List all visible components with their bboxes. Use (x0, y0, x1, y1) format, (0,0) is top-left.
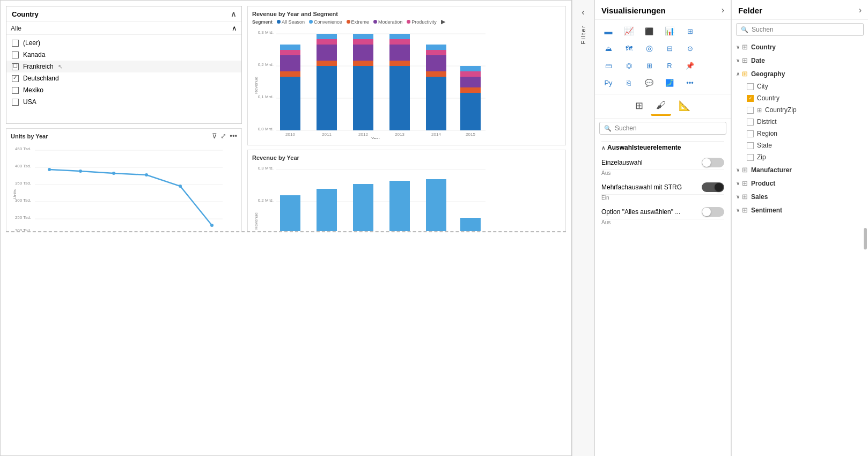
svg-text:2015: 2015 (466, 132, 475, 137)
slicer-item-kanada[interactable]: Kanada (6, 49, 241, 61)
vis-panel-expand-icon[interactable]: › (722, 5, 724, 15)
field-checkbox-city[interactable] (747, 83, 754, 90)
svg-rect-48 (353, 39, 373, 45)
vis-tab-analytics[interactable]: 📐 (673, 97, 696, 116)
svg-text:0,1 Mrd.: 0,1 Mrd. (258, 94, 274, 99)
field-item-region[interactable]: Region (732, 128, 868, 139)
toggle-einzelauswahl-track[interactable] (702, 158, 724, 167)
accordion-title: Auswahlsteuerelemente (607, 144, 681, 151)
vis-icon-stacked-bar[interactable]: 📊 (660, 23, 679, 39)
slicer-item-leer[interactable]: (Leer) (6, 37, 241, 49)
field-item-state[interactable]: State (732, 139, 868, 151)
slicer-collapse-icon[interactable]: ∧ (231, 10, 236, 18)
field-item-district[interactable]: District (732, 116, 868, 128)
svg-text:0,0 Mrd.: 0,0 Mrd. (258, 127, 274, 131)
fields-panel: Felder › 🔍 ∨ ⊞ Country ∨ ⊞ (731, 0, 868, 456)
field-checkbox-countryzip[interactable] (747, 107, 754, 114)
vis-icon-matrix[interactable]: R (660, 57, 679, 73)
slicer-list: (Leer) Kanada ☐ Frankreich ↖ (6, 35, 241, 110)
svg-text:Revenue: Revenue (254, 76, 259, 94)
svg-text:0,3 Mrd.: 0,3 Mrd. (258, 30, 274, 35)
field-group-country-header[interactable]: ∨ ⊞ Country (732, 40, 868, 54)
field-item-countryzip[interactable]: ⊞ CountryZip (732, 104, 868, 116)
vis-icon-custom[interactable]: 📌 (681, 57, 699, 73)
field-item-city[interactable]: City (732, 80, 868, 92)
field-checkbox-district[interactable] (747, 119, 754, 126)
vis-icon-bar[interactable]: ▬ (599, 23, 617, 39)
field-group-manufacturer-header[interactable]: ∨ ⊞ Manufacturer (732, 163, 868, 176)
field-checkbox-country-geo[interactable]: ✓ (747, 95, 754, 102)
field-group-date-header[interactable]: ∨ ⊞ Date (732, 54, 868, 67)
vis-icon-map[interactable]: 🗺 (620, 40, 638, 56)
filter-icon[interactable]: ⊽ (212, 132, 217, 140)
vis-icon-line[interactable]: 📈 (620, 23, 638, 39)
vis-icon-card[interactable]: 🗃 (599, 57, 617, 73)
slicer-checkbox-frankreich[interactable]: ☐ (12, 63, 19, 70)
legend-extreme: Extreme (347, 19, 370, 25)
slicer-checkbox-usa[interactable] (12, 99, 19, 106)
svg-rect-61 (460, 87, 481, 93)
svg-text:Revenue: Revenue (254, 212, 259, 230)
field-name-region: Region (757, 130, 777, 137)
more-options-icon[interactable]: ••• (230, 132, 237, 140)
field-table-icon-mfr: ⊞ (742, 166, 748, 174)
slicer-item-frankreich[interactable]: ☐ Frankreich ↖ (6, 61, 241, 72)
focus-mode-icon[interactable]: ⤢ (220, 132, 226, 140)
slicer-checkbox-deutschland[interactable]: ✓ (12, 75, 19, 82)
toggle-alles-track[interactable] (702, 207, 724, 217)
vis-icon-ai[interactable]: 🗾 (660, 75, 679, 91)
svg-rect-81 (280, 195, 300, 231)
slicer-item-usa[interactable]: USA (6, 96, 241, 108)
fields-expand-icon[interactable]: › (859, 5, 862, 15)
vis-icon-100pct[interactable]: ⊞ (681, 23, 699, 39)
vis-tab-fields[interactable]: ⊞ (630, 97, 649, 116)
slicer-chevron-icon[interactable]: ∧ (232, 24, 237, 32)
vis-icon-python[interactable]: Py (599, 75, 617, 91)
vis-icon-qa[interactable]: 💬 (640, 75, 658, 91)
vis-tab-format[interactable]: 🖌 (651, 97, 671, 116)
slicer-item-mexiko[interactable]: Mexiko (6, 84, 241, 96)
svg-text:0,3 Mrd.: 0,3 Mrd. (258, 166, 274, 171)
svg-rect-40 (317, 66, 337, 130)
field-item-zip[interactable]: Zip (732, 151, 868, 163)
vis-accordion-header[interactable]: ∧ Auswahlsteuerelemente (601, 141, 724, 153)
vis-icon-scatter[interactable]: ⛰ (599, 40, 617, 56)
vis-icon-area[interactable]: ⬛ (640, 23, 658, 39)
vis-icon-more[interactable]: ••• (681, 75, 699, 91)
field-checkbox-region[interactable] (747, 130, 754, 137)
field-checkbox-state[interactable] (747, 142, 754, 149)
slicer-item-deutschland[interactable]: ✓ Deutschland (6, 72, 241, 84)
revenue-segment-svg: 0,3 Mrd. 0,2 Mrd. 0,1 Mrd. 0,0 Mrd. Reve… (252, 26, 488, 139)
vis-icon-decomp[interactable]: ⎗ (620, 75, 638, 91)
slicer-checkbox-kanada[interactable] (12, 52, 19, 58)
field-name-district: District (757, 118, 777, 126)
slicer-label-kanada: Kanada (23, 51, 45, 58)
vis-search-input[interactable] (615, 124, 722, 132)
svg-text:0,1 Mrd.: 0,1 Mrd. (258, 230, 274, 231)
toggle-mehrfach-track[interactable] (702, 182, 724, 192)
svg-rect-59 (426, 45, 446, 50)
field-group-sentiment-header[interactable]: ∨ ⊞ Sentiment (732, 203, 868, 217)
vis-icon-table[interactable]: ⊞ (640, 57, 658, 73)
svg-rect-63 (460, 71, 481, 77)
slicer-checkbox-mexiko[interactable] (12, 87, 19, 94)
legend-expand-icon[interactable]: ▶ (441, 18, 445, 25)
collapse-left-icon[interactable]: ‹ (578, 4, 587, 20)
fields-search-input[interactable] (752, 26, 859, 33)
vis-icon-treemap[interactable]: ⊟ (660, 40, 679, 56)
field-checkbox-zip[interactable] (747, 154, 754, 161)
field-group-geography-header[interactable]: ∧ ⊞ Geography (732, 67, 868, 80)
vis-icon-funnel[interactable]: ⏣ (620, 57, 638, 73)
slicer-checkbox-leer[interactable] (12, 40, 19, 47)
vis-icon-gauge[interactable]: ⊙ (681, 40, 699, 56)
vis-icon-donut[interactable]: ◎ (640, 40, 658, 56)
legend-convenience: Convenience (309, 19, 342, 25)
svg-rect-64 (460, 66, 481, 71)
field-group-sales-header[interactable]: ∨ ⊞ Sales (732, 190, 868, 203)
field-item-country[interactable]: ✓ Country (732, 92, 868, 104)
revenue-segment-title: Revenue by Year and Segment (252, 11, 561, 17)
field-group-product-header[interactable]: ∨ ⊞ Product (732, 176, 868, 190)
fields-title: Felder (738, 6, 762, 15)
field-group-name-product: Product (751, 180, 775, 187)
svg-rect-50 (389, 66, 410, 130)
